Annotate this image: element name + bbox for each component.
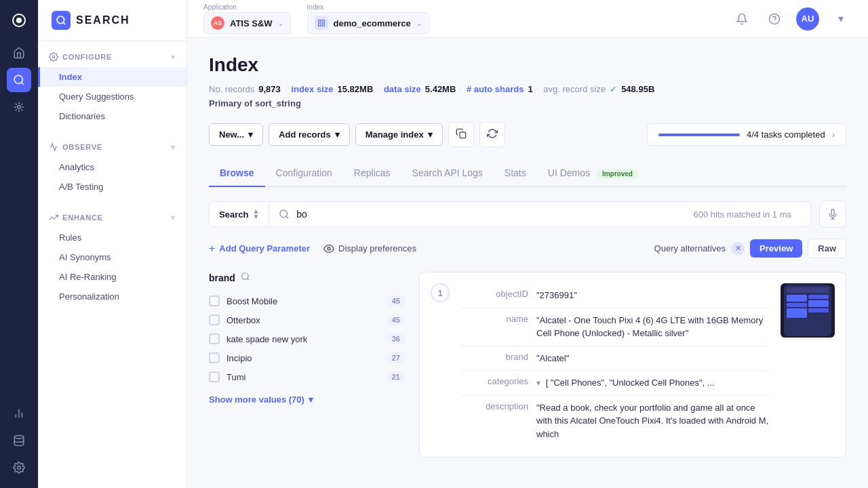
sidebar: SEARCH CONFIGURE ▾ Index Query Suggestio… (38, 0, 187, 488)
facet-checkbox-otterbox[interactable] (209, 314, 220, 325)
settings-icon[interactable] (7, 455, 31, 480)
facet-checkbox-boost-mobile[interactable] (209, 296, 220, 306)
no-records-value: 9,873 (258, 84, 281, 94)
facet-checkbox-kate-spade[interactable] (209, 333, 220, 344)
search-nav-icon[interactable] (7, 68, 31, 92)
index-size-label[interactable]: index size (291, 84, 333, 94)
app-dot: AS (211, 16, 224, 30)
svg-point-24 (328, 247, 330, 250)
sidebar-item-index[interactable]: Index (38, 67, 186, 87)
add-query-param-button[interactable]: + Add Query Parameter (209, 243, 310, 255)
facet-checkbox-tumi[interactable] (209, 371, 220, 382)
index-name: demo_ecommerce (334, 18, 411, 28)
new-button[interactable]: New... ▾ (209, 123, 263, 146)
sidebar-item-ab-testing[interactable]: A/B Testing (38, 177, 186, 197)
record-panel: 1 objectID "2736991" name "Alcatel - One… (419, 272, 846, 458)
svg-rect-19 (460, 132, 466, 138)
facet-item-boost-mobile[interactable]: Boost Mobile 45 (209, 291, 406, 310)
tab-ui-demos-badge: Improved (597, 169, 638, 179)
add-param-plus-icon: + (209, 243, 215, 255)
sidebar-logo-icon (52, 11, 71, 30)
display-preferences-button[interactable]: Display preferences (323, 243, 416, 254)
tab-browse[interactable]: Browse (209, 161, 265, 187)
facet-item-tumi[interactable]: Tumi 21 (209, 367, 406, 386)
add-records-button[interactable]: Add records ▾ (269, 123, 350, 146)
field-value-name: "Alcatel - One Touch Pixi 4 (6) 4G LTE w… (536, 314, 770, 340)
index-size-value: 15.82MB (338, 84, 374, 94)
query-alternatives-label: Query alternatives (654, 243, 726, 253)
svg-point-2 (14, 75, 22, 83)
sidebar-item-ai-synonyms[interactable]: AI Synonyms (38, 247, 186, 267)
facet-item-kate-spade[interactable]: kate spade new york 36 (209, 329, 406, 348)
preview-button[interactable]: Preview (750, 239, 802, 258)
auto-shards-label[interactable]: # auto shards (467, 84, 524, 94)
refresh-button[interactable] (479, 122, 505, 147)
copy-button[interactable] (448, 122, 474, 147)
tab-replicas[interactable]: Replicas (343, 161, 401, 187)
tasks-badge[interactable]: 4/4 tasks completed › (647, 123, 846, 146)
avatar[interactable]: AU (796, 7, 819, 30)
record-fields: objectID "2736991" name "Alcatel - One T… (460, 283, 770, 446)
help-button[interactable] (764, 8, 785, 30)
facet-search-icon[interactable] (241, 272, 250, 283)
chart-icon[interactable] (7, 401, 31, 426)
sidebar-item-rules[interactable]: Rules (38, 228, 186, 247)
facet-item-otterbox[interactable]: Otterbox 45 (209, 310, 406, 329)
tab-ui-demos[interactable]: UI Demos Improved (537, 161, 649, 187)
search-type-button[interactable]: Search ▲▼ (210, 202, 269, 226)
phone-screen (784, 285, 831, 336)
home-icon[interactable] (7, 41, 31, 65)
query-params-row: + Add Query Parameter Display preference… (209, 239, 846, 258)
logo-icon[interactable] (7, 8, 31, 33)
index-selector[interactable]: demo_ecommerce ⌄ (307, 12, 429, 34)
data-size-label[interactable]: data size (384, 84, 421, 94)
application-name: ATIS S&W (230, 18, 273, 28)
page-area: Index No. records 9,873 · index size 15.… (187, 38, 868, 488)
search-input[interactable] (296, 209, 686, 220)
svg-line-21 (286, 216, 288, 218)
tabs: Browse Configuration Replicas Search API… (209, 161, 846, 187)
notification-button[interactable] (731, 8, 753, 30)
sidebar-item-query-suggestions[interactable]: Query Suggestions (38, 87, 186, 106)
auto-shards-value: 1 (528, 84, 533, 94)
sidebar-item-ai-reranking[interactable]: AI Re-Ranking (38, 267, 186, 287)
field-description: description "Read a book, check your por… (460, 396, 770, 447)
expand-icon[interactable]: ▾ (536, 378, 540, 388)
show-more-button[interactable]: Show more values (70) ▾ (209, 389, 406, 410)
observe-section-header[interactable]: OBSERVE ▾ (38, 137, 186, 157)
add-records-chevron-icon: ▾ (335, 129, 340, 140)
mic-button[interactable] (819, 201, 846, 228)
configure-section-header[interactable]: CONFIGURE ▾ (38, 47, 186, 67)
svg-point-8 (14, 436, 24, 439)
application-label: Application (203, 3, 291, 11)
facet-item-incipio[interactable]: Incipio 27 (209, 348, 406, 367)
search-results-count: 600 hits matched in 1 ms (693, 209, 801, 220)
facet-count-incipio: 27 (387, 352, 406, 363)
database-icon[interactable] (7, 428, 31, 453)
tab-stats[interactable]: Stats (494, 161, 537, 187)
tasks-progress-bar (658, 134, 740, 136)
query-alternatives-close-button[interactable]: ✕ (731, 242, 745, 256)
facet-checkbox-incipio[interactable] (209, 352, 220, 363)
manage-index-chevron-icon: ▾ (428, 129, 433, 140)
sidebar-item-analytics[interactable]: Analytics (38, 157, 186, 177)
facet-count-boost-mobile: 45 (387, 296, 406, 306)
facet-label-kate-spade: kate spade new york (226, 334, 380, 344)
field-objectid: objectID "2736991" (460, 283, 770, 308)
enhance-section-header[interactable]: ENHANCE ▾ (38, 207, 186, 228)
facet-count-otterbox: 45 (387, 314, 406, 325)
manage-index-button[interactable]: Manage index ▾ (355, 123, 443, 146)
sidebar-item-personalization[interactable]: Personalization (38, 287, 186, 306)
svg-point-12 (52, 56, 55, 58)
raw-button[interactable]: Raw (808, 239, 846, 258)
index-chevron-icon: ⌄ (416, 20, 422, 27)
record-number: 1 (431, 283, 450, 302)
pin-icon[interactable] (7, 95, 31, 119)
tab-search-api-logs[interactable]: Search API Logs (401, 161, 494, 187)
index-field: Index demo_ecommerce ⌄ (307, 3, 429, 34)
toolbar: New... ▾ Add records ▾ Manage index ▾ (209, 122, 846, 147)
sidebar-item-dictionaries[interactable]: Dictionaries (38, 106, 186, 126)
tab-configuration[interactable]: Configuration (265, 161, 343, 187)
application-selector[interactable]: AS ATIS S&W ⌄ (203, 12, 291, 34)
avatar-chevron-icon[interactable]: ▾ (830, 8, 852, 30)
